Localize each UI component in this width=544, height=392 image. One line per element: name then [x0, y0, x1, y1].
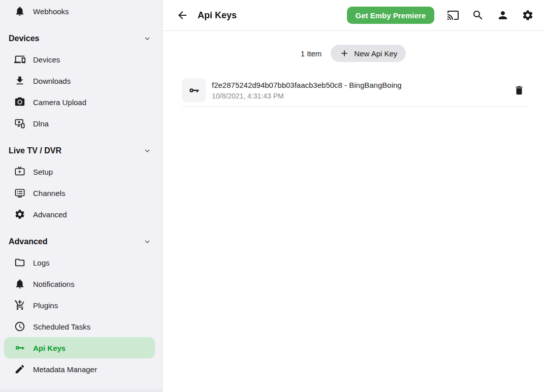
sidebar-item-label: Webhooks	[33, 7, 69, 16]
gear-icon	[14, 208, 26, 220]
pencil-icon	[14, 363, 26, 375]
arrow-back-icon	[176, 9, 188, 21]
sidebar-item-label: Devices	[33, 55, 60, 64]
sidebar-section-devices[interactable]: Devices	[0, 32, 162, 45]
sidebar-item-label: Camera Upload	[33, 98, 86, 107]
cart-plus-icon	[14, 299, 26, 311]
sidebar-item-setup[interactable]: Setup	[4, 161, 155, 182]
sidebar-section-live-tv-dvr[interactable]: Live TV / DVR	[0, 145, 162, 157]
devices-icon	[14, 53, 26, 66]
chevron-down-icon	[143, 35, 151, 43]
trash-icon	[514, 85, 526, 96]
sidebar-item-metadata-manager[interactable]: Metadata Manager	[4, 358, 155, 380]
gear-icon	[522, 9, 534, 21]
sidebar-item-scheduled-tasks[interactable]: Scheduled Tasks	[4, 316, 155, 337]
api-key-name: f2e2875242d94b07bb03faacb3eb50c8 - BingB…	[212, 79, 514, 91]
sidebar-item-notifications[interactable]: Notifications	[4, 273, 155, 295]
page-header: Api Keys Get Emby Premiere	[163, 0, 544, 31]
folder-icon	[14, 256, 26, 269]
settings-button[interactable]	[522, 9, 534, 21]
sidebar-item-label: Plugins	[33, 301, 58, 310]
bell-icon	[14, 5, 26, 17]
camera-icon	[14, 96, 26, 108]
sidebar-item-label: Channels	[33, 189, 65, 198]
delete-api-key-button[interactable]	[514, 84, 526, 96]
chevron-down-icon	[143, 147, 151, 155]
user-button[interactable]	[497, 9, 509, 21]
chevron-down-icon	[143, 238, 151, 246]
dlna-screen-star-icon	[14, 117, 26, 129]
section-title: Live TV / DVR	[9, 146, 61, 155]
back-button[interactable]	[176, 9, 188, 21]
sidebar-item-webhooks[interactable]: Webhooks	[4, 1, 155, 22]
sidebar-item-label: Metadata Manager	[33, 365, 97, 374]
channel-list-icon	[14, 187, 26, 199]
sidebar: Webhooks Devices Devices Downloads Camer…	[0, 0, 163, 392]
sidebar-item-api-keys[interactable]: Api Keys	[4, 337, 155, 358]
sidebar-item-livetv-advanced[interactable]: Advanced	[4, 204, 155, 225]
sidebar-item-label: Scheduled Tasks	[33, 322, 90, 331]
sidebar-item-label: Dlna	[33, 119, 49, 128]
page-title: Api Keys	[198, 10, 237, 21]
clock-icon	[14, 320, 26, 333]
api-key-text: f2e2875242d94b07bb03faacb3eb50c8 - BingB…	[212, 79, 514, 102]
download-icon	[14, 75, 26, 87]
section-title: Advanced	[9, 237, 47, 246]
section-title: Devices	[9, 34, 40, 43]
sidebar-item-plugins[interactable]: Plugins	[4, 295, 155, 316]
sidebar-item-label: Logs	[33, 258, 50, 267]
sidebar-item-label: Api Keys	[33, 344, 66, 352]
new-api-key-label: New Api Key	[354, 49, 397, 58]
item-count: 1 Item	[301, 49, 322, 58]
sidebar-item-label: Downloads	[33, 77, 71, 85]
sidebar-item-dlna[interactable]: Dlna	[4, 113, 155, 134]
search-button[interactable]	[472, 9, 484, 21]
get-emby-premiere-button[interactable]: Get Emby Premiere	[347, 7, 434, 24]
sidebar-item-label: Setup	[33, 168, 53, 176]
main-content: Api Keys Get Emby Premiere 1 Item	[163, 0, 544, 392]
sidebar-item-channels[interactable]: Channels	[4, 182, 155, 204]
api-key-row[interactable]: f2e2875242d94b07bb03faacb3eb50c8 - BingB…	[182, 74, 528, 107]
cast-icon	[447, 9, 459, 21]
bell-icon	[14, 278, 26, 290]
sidebar-item-label: Advanced	[33, 210, 67, 219]
sidebar-item-logs[interactable]: Logs	[4, 252, 155, 273]
new-api-key-button[interactable]: New Api Key	[331, 45, 406, 62]
live-tv-icon	[14, 166, 26, 178]
api-key-list: f2e2875242d94b07bb03faacb3eb50c8 - BingB…	[182, 74, 528, 107]
key-icon-box	[182, 78, 206, 102]
key-icon	[14, 342, 26, 354]
sidebar-item-camera-upload[interactable]: Camera Upload	[4, 91, 155, 113]
sidebar-item-downloads[interactable]: Downloads	[4, 70, 155, 91]
key-icon	[188, 84, 200, 96]
api-keys-toolbar: 1 Item New Api Key	[163, 45, 544, 62]
sidebar-section-advanced[interactable]: Advanced	[0, 236, 162, 248]
sidebar-item-label: Notifications	[33, 280, 75, 288]
sidebar-item-devices[interactable]: Devices	[4, 49, 155, 70]
api-key-date: 10/8/2021, 4:31:43 PM	[212, 91, 514, 102]
search-icon	[472, 9, 484, 21]
cast-button[interactable]	[447, 9, 459, 21]
plus-icon	[339, 48, 349, 58]
user-icon	[497, 9, 509, 21]
